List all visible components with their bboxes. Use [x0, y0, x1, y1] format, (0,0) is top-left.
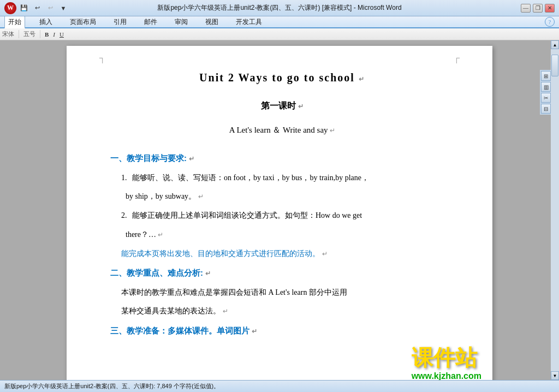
tab-home[interactable]: 开始 [4, 16, 25, 28]
tool-btn-2[interactable]: ▥ [541, 82, 551, 92]
redo-quick-btn[interactable]: ↩ [45, 3, 56, 13]
subtitle-text: A Let's learn ＆ Write and say [229, 126, 328, 134]
page-marker-tl: ┐ [99, 50, 105, 66]
watermark-line2: www.kjzhan.com [412, 369, 481, 380]
document-page: ┐ ┌ Unit 2 Ways to go to school ↵ 第一课时 ↵… [67, 46, 492, 380]
para-mark-subtitle: ↵ [330, 127, 335, 134]
section2-heading-text: 二、教学重点、难点分析: [110, 268, 203, 277]
tool-btn-1[interactable]: ⊞ [541, 71, 551, 81]
tool-btn-4[interactable]: ⊟ [541, 104, 551, 114]
document-title: Unit 2 Ways to go to school ↵ [110, 68, 454, 87]
app-icon: W [4, 2, 16, 14]
page-marker-tr: ┌ [454, 50, 460, 66]
section2-text: 本课时的教学重点和难点是掌握四会短语和 A Let's learn 部分中运用 [121, 286, 454, 300]
minimize-btn[interactable]: — [521, 4, 531, 13]
lesson-title: 第一课时 ↵ [110, 98, 454, 114]
scroll-thumb[interactable] [551, 55, 558, 76]
lesson-title-text: 第一课时 [261, 101, 296, 110]
section2-cont: 某种交通具去某地的表达法。 ↵ [121, 304, 454, 319]
title-bar: W 💾 ↩ ↩ ▼ 新版pep小学六年级英语上册unit2-教案(四、五、六课时… [0, 0, 559, 16]
para-mark-s3: ↵ [252, 328, 257, 335]
undo-quick-btn[interactable]: ↩ [32, 3, 43, 13]
item2-cont: there？… ↵ [126, 228, 454, 242]
para-mark-i1: ↵ [198, 193, 204, 200]
item1-text: 能够听、说、读、写短语：on foot，by taxi，by bus，by tr… [132, 174, 369, 182]
restore-btn[interactable]: ❐ [533, 4, 543, 13]
para-mark-i2: ↵ [158, 231, 163, 239]
item1: 1. 能够听、说、读、写短语：on foot，by taxi，by bus，by… [110, 171, 454, 186]
scroll-up-btn[interactable]: ▲ [551, 40, 559, 49]
para-mark-lesson: ↵ [298, 103, 304, 110]
ribbon-content: 宋体 五号 B I U [0, 28, 559, 40]
item2: 2. 能够正确使用上述单词和词组谈论交通方式。如句型：How do we get [110, 209, 454, 223]
font-name[interactable]: 宋体 [2, 30, 19, 38]
tab-references[interactable]: 引用 [110, 16, 130, 28]
status-bar: 新版pep小学六年级英语上册unit2-教案(四、五、六课时): 7,849 个… [0, 380, 559, 392]
right-toolbar: ⊞ ▥ ✂ ⊟ [540, 70, 551, 115]
tab-developer[interactable]: 开发工具 [233, 16, 265, 28]
ribbon: 开始 插入 页面布局 引用 邮件 审阅 视图 开发工具 ? [0, 16, 559, 28]
subtitle: A Let's learn ＆ Write and say ↵ [110, 123, 454, 138]
section2-main-text: 本课时的教学重点和难点是掌握四会短语和 A Let's learn 部分中运用 [121, 288, 347, 296]
italic-btn[interactable]: I [53, 31, 55, 38]
item2-label: 2. [121, 211, 127, 219]
item1-cont-text: by ship，by subway。 [126, 192, 196, 200]
watermark: 课件站 www.kjzhan.com [412, 347, 481, 380]
watermark-line1: 课件站 [412, 347, 481, 369]
section3-heading: 三、教学准备：多媒体课件。单词图片 ↵ [110, 323, 454, 338]
scrollbar-vertical[interactable]: ▲ ▼ [551, 40, 559, 380]
font-size[interactable]: 五号 [23, 30, 40, 38]
tab-view[interactable]: 视图 [202, 16, 222, 28]
highlight1: 能完成本页将出发地、目的地和交通方式进行匹配的活动。 ↵ [121, 246, 454, 261]
tab-mailings[interactable]: 邮件 [141, 16, 160, 28]
tab-review[interactable]: 审阅 [171, 16, 191, 28]
title-bar-title: 新版pep小学六年级英语上册unit2-教案(四、五、六课时) [兼容模式] -… [157, 3, 401, 13]
para-mark-s2c: ↵ [223, 307, 228, 315]
para-mark-s1: ↵ [189, 155, 194, 163]
para-mark-s2: ↵ [205, 270, 211, 277]
section1-heading-text: 一、教学目标与要求: [110, 153, 187, 163]
tab-insert[interactable]: 插入 [36, 16, 56, 28]
unit-label: Unit 2 Ways to go to school [199, 72, 355, 84]
item2-text: 能够正确使用上述单词和词组谈论交通方式。如句型：How do we get [132, 211, 362, 219]
underline-btn[interactable]: U [60, 31, 64, 38]
item1-label: 1. [121, 174, 127, 182]
status-text: 新版pep小学六年级英语上册unit2-教案(四、五、六课时): 7,849 个… [4, 382, 219, 390]
tab-page-layout[interactable]: 页面布局 [67, 16, 99, 28]
scroll-down-btn[interactable]: ▼ [551, 371, 559, 380]
more-quick-btn[interactable]: ▼ [58, 3, 69, 13]
help-btn[interactable]: ? [545, 17, 555, 27]
close-btn[interactable]: ✕ [545, 4, 555, 13]
section2-heading: 二、教学重点、难点分析: ↵ [110, 265, 454, 280]
item1-cont: by ship，by subway。 ↵ [126, 189, 454, 204]
section1-heading: 一、教学目标与要求: ↵ [110, 151, 454, 165]
title-bar-left: W 💾 ↩ ↩ ▼ [4, 2, 69, 14]
bold-btn[interactable]: B [45, 31, 49, 38]
highlight1-text: 能完成本页将出发地、目的地和交通方式进行匹配的活动。 [121, 249, 320, 258]
tool-btn-3[interactable]: ✂ [541, 93, 551, 103]
scroll-track [551, 49, 559, 371]
item2-cont-text: there？… [126, 230, 156, 239]
para-mark-title: ↵ [359, 75, 365, 83]
document-area: ⊞ ▥ ✂ ⊟ ┐ ┌ Unit 2 Ways to go to school … [0, 40, 559, 380]
save-quick-btn[interactable]: 💾 [19, 3, 29, 13]
section2-cont-text: 某种交通具去某地的表达法。 [121, 307, 221, 315]
para-mark-h1: ↵ [322, 250, 328, 258]
section3-heading-text: 三、教学准备：多媒体课件。单词图片 [110, 326, 249, 335]
window-controls: — ❐ ✕ [520, 4, 555, 13]
